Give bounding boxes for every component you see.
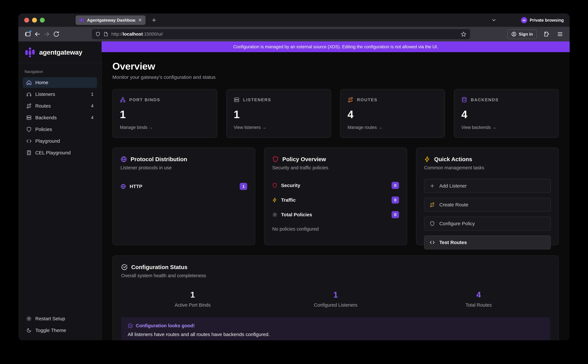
sign-in-button[interactable]: Sign in	[507, 29, 537, 39]
route-icon	[429, 202, 435, 207]
policy-row-traffic: Traffic 0	[272, 196, 399, 204]
sidebar-item-cel-playground[interactable]: CEL Playground	[23, 147, 97, 158]
manage-routes-link[interactable]: Manage routes →	[348, 125, 438, 130]
routes-card: ROUTES 4 Manage routes →	[340, 89, 445, 138]
app-sidebar: agentgateway Navigation Home Listeners	[18, 41, 102, 340]
view-backends-link[interactable]: View backends →	[461, 125, 551, 130]
page-title: Overview	[112, 61, 559, 72]
card-subtitle: Security and traffic policies	[272, 165, 399, 170]
sidebar-item-label: Routes	[35, 103, 51, 109]
sidebar-notification-dot	[29, 30, 31, 32]
tab-close-icon[interactable]: ✕	[138, 18, 142, 22]
moon-icon	[26, 328, 32, 333]
private-browsing-mask-icon: ∞	[521, 17, 527, 23]
overview-cards: Protocol Distribution Listener protocols…	[112, 148, 559, 245]
manage-binds-link[interactable]: Manage binds →	[120, 125, 210, 130]
sidebar-item-policies[interactable]: Policies	[23, 124, 97, 135]
sidebar-item-label: CEL Playground	[35, 150, 71, 156]
plus-icon	[429, 183, 435, 188]
sidebar-item-backends[interactable]: Backends 4	[23, 112, 97, 123]
shield-permissions-icon[interactable]	[95, 32, 100, 37]
sidebar-item-listeners[interactable]: Listeners 1	[23, 89, 97, 100]
status-stat-routes: 4 Total Routes	[407, 290, 550, 308]
bookmark-star-icon[interactable]	[461, 31, 466, 37]
zoom-window-button[interactable]	[40, 18, 45, 23]
backends-card: BACKENDS 4 View backends →	[454, 89, 559, 138]
private-browsing-label: Private browsing	[530, 18, 564, 23]
policy-empty-text: No policies configured	[272, 226, 399, 232]
toggle-theme-label: Toggle Theme	[35, 328, 66, 333]
globe-icon	[120, 156, 127, 162]
policy-row-security: Security 0	[272, 182, 399, 189]
menu-hamburger-icon[interactable]	[555, 29, 565, 39]
xds-warning-text: Configuration is managed by an external …	[233, 44, 438, 49]
minimize-window-button[interactable]	[32, 18, 37, 23]
page-info-icon[interactable]	[104, 32, 108, 36]
action-label: Test Routes	[439, 240, 467, 245]
status-stat-listeners: 1 Configured Listeners	[264, 290, 407, 308]
sidebar-item-routes[interactable]: Routes 4	[23, 101, 97, 111]
card-title: Protocol Distribution	[131, 156, 187, 162]
config-success-banner: Configuration looks good! All listeners …	[121, 317, 550, 340]
sidebar-nav: Navigation Home Listeners 1	[18, 63, 101, 159]
card-title: Quick Actions	[434, 156, 472, 162]
forward-button[interactable]	[42, 29, 52, 39]
sidebar-item-home[interactable]: Home	[23, 77, 97, 88]
stat-label: BACKENDS	[471, 97, 499, 102]
card-subtitle: Overall system health and completeness	[121, 273, 550, 278]
stat-value: 4	[461, 108, 551, 121]
policy-count-badge: 0	[392, 196, 399, 204]
headphones-icon	[26, 91, 32, 97]
status-stat-value: 1	[264, 290, 407, 299]
sidebar-item-count: 4	[91, 115, 93, 120]
policy-label: Total Policies	[281, 212, 312, 217]
stat-label: ROUTES	[357, 97, 377, 102]
create-route-button[interactable]: Create Route	[424, 198, 551, 212]
action-label: Create Route	[439, 202, 468, 208]
sidebar-item-count: 1	[91, 92, 93, 97]
sidebar-item-playground[interactable]: Playground	[23, 136, 97, 146]
success-body: All listeners have routes and all routes…	[128, 332, 544, 337]
browser-tab[interactable]: Agentgateway Dashboard ✕	[76, 15, 145, 25]
sidebar-toggle-button[interactable]	[23, 29, 33, 39]
nav-section-label: Navigation	[25, 69, 97, 74]
back-button[interactable]	[33, 29, 42, 39]
close-window-button[interactable]	[24, 18, 29, 23]
new-tab-button[interactable]	[151, 17, 157, 23]
protocol-distribution-card: Protocol Distribution Listener protocols…	[112, 148, 255, 245]
restart-setup-button[interactable]: Restart Setup	[23, 313, 97, 324]
url-text[interactable]: http://localhost:15000/ui/	[111, 32, 163, 37]
sidebar-item-label: Backends	[35, 115, 57, 120]
stats-grid: PORT BINDS 1 Manage binds → LISTENERS 1	[112, 89, 559, 138]
protocol-row-http: HTTP 1	[120, 183, 247, 190]
sidebar-item-count: 4	[91, 103, 93, 109]
home-icon	[26, 80, 32, 85]
extensions-icon[interactable]	[542, 29, 551, 39]
status-stat-port-binds: 1 Active Port Binds	[121, 290, 264, 308]
toggle-theme-button[interactable]: Toggle Theme	[23, 325, 97, 336]
card-subtitle: Listener protocols in use	[120, 165, 247, 170]
configure-policy-button[interactable]: Configure Policy	[424, 217, 551, 231]
reload-button[interactable]	[52, 29, 61, 39]
url-bar[interactable]: http://localhost:15000/ui/	[92, 29, 470, 39]
brand-name: agentgateway	[39, 49, 82, 56]
lightning-icon	[424, 156, 431, 162]
status-stat-label: Configured Listeners	[264, 302, 407, 308]
action-label: Configure Policy	[439, 221, 475, 226]
shield-icon	[26, 127, 32, 132]
test-routes-button[interactable]: Test Routes	[424, 235, 551, 249]
restart-setup-label: Restart Setup	[35, 316, 65, 321]
stat-value: 1	[120, 108, 210, 121]
add-listener-button[interactable]: Add Listener	[424, 179, 551, 193]
tab-title: Agentgateway Dashboard	[87, 18, 135, 23]
gear-icon	[272, 212, 277, 217]
configuration-status-card: Configuration Status Overall system heal…	[112, 255, 559, 340]
view-listeners-link[interactable]: View listeners →	[234, 125, 324, 130]
agentgateway-logo-icon	[25, 47, 36, 57]
lightning-icon	[272, 197, 277, 203]
stat-label: PORT BINDS	[129, 97, 160, 102]
tab-overflow-chevron-icon[interactable]	[491, 17, 497, 23]
policy-count-badge: 0	[392, 182, 399, 189]
sidebar-item-label: Playground	[35, 138, 60, 144]
brand: agentgateway	[18, 41, 101, 63]
